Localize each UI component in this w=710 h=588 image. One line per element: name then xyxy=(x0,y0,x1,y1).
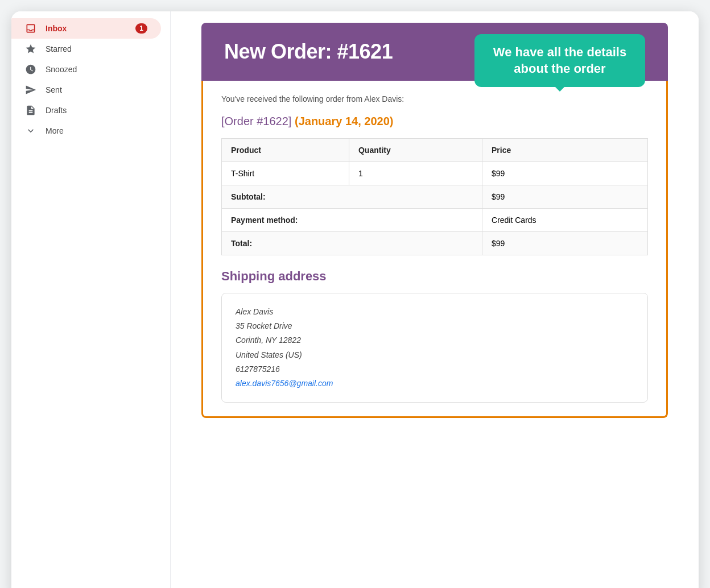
col-price: Price xyxy=(482,139,648,162)
tooltip-bubble: We have all the details about the order xyxy=(474,34,645,87)
tooltip-text: We have all the details about the order xyxy=(493,45,626,76)
sidebar: Inbox 1 Starred Snoozed xyxy=(11,11,171,588)
star-icon xyxy=(25,43,36,55)
send-icon xyxy=(25,84,36,96)
inbox-badge: 1 xyxy=(135,23,147,34)
order-link[interactable]: [Order #1622] xyxy=(221,115,291,127)
app-window: Inbox 1 Starred Snoozed xyxy=(11,11,699,588)
address-street: 35 Rocket Drive xyxy=(236,319,634,333)
email-body: You've received the following order from… xyxy=(201,81,668,418)
subtotal-row: Subtotal: $99 xyxy=(222,185,648,209)
cell-price: $99 xyxy=(482,162,648,185)
order-intro: You've received the following order from… xyxy=(221,94,648,103)
table-row: T-Shirt 1 $99 xyxy=(222,162,648,185)
inbox-icon xyxy=(25,23,36,34)
sidebar-item-starred[interactable]: Starred xyxy=(11,39,161,59)
payment-label: Payment method: xyxy=(222,209,482,232)
cell-product: T-Shirt xyxy=(222,162,349,185)
draft-icon xyxy=(25,105,36,116)
sidebar-item-label: Drafts xyxy=(46,106,67,115)
address-phone: 6127875216 xyxy=(236,362,634,376)
sidebar-item-inbox[interactable]: Inbox 1 xyxy=(11,18,161,39)
subtotal-label: Subtotal: xyxy=(222,185,482,209)
sidebar-item-label: Sent xyxy=(46,85,62,94)
sidebar-item-label: Starred xyxy=(46,44,72,53)
address-box: Alex Davis 35 Rocket Drive Corinth, NY 1… xyxy=(221,293,648,403)
sidebar-item-label: Inbox xyxy=(46,24,67,33)
total-label: Total: xyxy=(222,232,482,255)
cell-quantity: 1 xyxy=(349,162,482,185)
col-product: Product xyxy=(222,139,349,162)
email-header: New Order: #1621 We have all the details… xyxy=(201,23,668,81)
address-city: Corinth, NY 12822 xyxy=(236,333,634,347)
address-email-link[interactable]: alex.davis7656@gmail.com xyxy=(236,379,333,388)
clock-icon xyxy=(25,64,36,75)
shipping-title: Shipping address xyxy=(221,269,648,284)
order-date: (January 14, 2020) xyxy=(295,115,393,127)
address-name: Alex Davis xyxy=(236,305,634,319)
order-title-line: [Order #1622] (January 14, 2020) xyxy=(221,115,648,128)
table-header-row: Product Quantity Price xyxy=(222,139,648,162)
subtotal-value: $99 xyxy=(482,185,648,209)
email-container: New Order: #1621 We have all the details… xyxy=(179,11,691,441)
chevron-down-icon xyxy=(25,125,36,136)
main-content: New Order: #1621 We have all the details… xyxy=(171,11,699,588)
sidebar-item-sent[interactable]: Sent xyxy=(11,80,161,100)
sidebar-item-label: More xyxy=(46,126,64,135)
col-quantity: Quantity xyxy=(349,139,482,162)
payment-row: Payment method: Credit Cards xyxy=(222,209,648,232)
sidebar-item-more[interactable]: More xyxy=(11,121,161,141)
total-value: $99 xyxy=(482,232,648,255)
sidebar-item-drafts[interactable]: Drafts xyxy=(11,100,161,121)
sidebar-item-snoozed[interactable]: Snoozed xyxy=(11,59,161,80)
total-row: Total: $99 xyxy=(222,232,648,255)
sidebar-item-label: Snoozed xyxy=(46,65,77,74)
address-email: alex.davis7656@gmail.com xyxy=(236,376,634,391)
payment-value: Credit Cards xyxy=(482,209,648,232)
order-table: Product Quantity Price T-Shirt 1 $99 xyxy=(221,138,648,255)
address-country: United States (US) xyxy=(236,348,634,362)
